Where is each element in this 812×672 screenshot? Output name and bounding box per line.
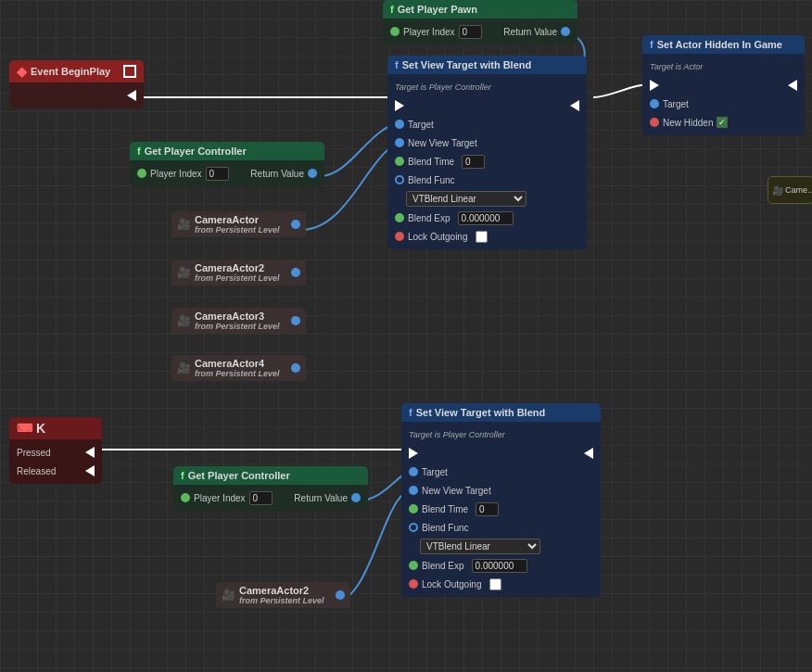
ca2-title: CameraActor2 xyxy=(195,262,280,273)
set-actor-hidden-node: f Set Actor Hidden In Game Target is Act… xyxy=(642,35,805,135)
svt1-newviewtarget-pin[interactable] xyxy=(395,138,404,147)
key-k-body: Pressed Released xyxy=(9,439,102,484)
sat-subtitle-row: Target is Actor xyxy=(642,57,805,76)
svt1-header: f Set View Target with Blend xyxy=(387,56,587,74)
svt1-exec-row xyxy=(387,96,587,115)
gpc1-title: Get Player Controller xyxy=(145,146,247,157)
camera-actor-3-node: 🎥 CameraActor3 from Persistent Level xyxy=(171,308,306,334)
gpc1-body: Player Index Return Value xyxy=(130,160,324,186)
set-actor-hidden-header: f Set Actor Hidden In Game xyxy=(642,35,805,54)
sat-target-pin[interactable] xyxy=(650,99,659,108)
key-k-title: K xyxy=(36,421,45,436)
ca1-title-group: CameraActor from Persistent Level xyxy=(195,214,280,235)
gpc2-returnvalue-pin[interactable] xyxy=(351,493,361,502)
svt2-exec-out[interactable] xyxy=(584,448,593,459)
svt2-blendexp-input[interactable] xyxy=(472,559,527,573)
svt1-target-pin[interactable] xyxy=(395,120,404,129)
sat-exec-in[interactable] xyxy=(650,80,659,91)
get-player-pawn-title: Get Player Pawn xyxy=(398,4,477,15)
gpc2-body: Player Index Return Value xyxy=(173,485,368,511)
svt1-body: Target is Player Controller Target New V… xyxy=(387,74,587,249)
ca2-title-group: CameraActor2 from Persistent Level xyxy=(195,262,280,283)
event-begin-play-node: ◆ Event BeginPlay xyxy=(9,60,144,108)
ca4-title: CameraActor4 xyxy=(195,358,280,369)
svt2-blendfunc-select[interactable]: VTBlend Linear VTBlend Cubic VTBlend Eas… xyxy=(420,539,540,554)
set-view-target-2-node: f Set View Target with Blend Target is P… xyxy=(401,403,601,597)
svt2-blendtime-pin[interactable] xyxy=(409,504,418,514)
sat-target-row: Target xyxy=(642,95,805,113)
svt1-blendexp-input[interactable] xyxy=(458,211,514,225)
sat-exec-out[interactable] xyxy=(788,80,797,91)
svt2-exec-in[interactable] xyxy=(409,448,418,459)
camera-actor-1-node: 🎥 CameraActor from Persistent Level xyxy=(171,211,306,237)
player-index-in-pin[interactable] xyxy=(390,27,400,36)
ca1-title: CameraActor xyxy=(195,214,280,225)
sat-new-hidden-pin[interactable] xyxy=(650,118,659,127)
svt1-blendfunc-row: Blend Func xyxy=(387,171,587,189)
new-hidden-checkbox[interactable] xyxy=(717,117,728,128)
gpc1-returnvalue-pin[interactable] xyxy=(308,169,317,178)
svt1-blendfunc-select[interactable]: VTBlend Linear VTBlend Cubic VTBlend Eas… xyxy=(406,191,527,207)
sat-new-hidden-row: New Hidden xyxy=(642,113,805,132)
exec-out-pin[interactable] xyxy=(127,90,136,101)
svt1-lockoutgoing-checkbox[interactable] xyxy=(476,231,488,243)
gpc2-playerindex-row: Player Index Return Value xyxy=(173,488,368,507)
svt2-blendfunc-pin[interactable] xyxy=(409,523,418,532)
ca4-out-pin[interactable] xyxy=(291,363,300,373)
ca1-out-pin[interactable] xyxy=(291,220,300,229)
svt2-lockoutgoing-pin[interactable] xyxy=(409,579,418,589)
event-begin-play-header: ◆ Event BeginPlay xyxy=(9,60,144,82)
key-pressed-pin[interactable] xyxy=(85,447,95,458)
ca2b-out-pin[interactable] xyxy=(336,590,345,600)
ca4-header: 🎥 CameraActor4 from Persistent Level xyxy=(171,355,306,381)
svt2-target-row: Target xyxy=(401,463,601,481)
svt1-exec-out[interactable] xyxy=(570,100,579,111)
set-view-target-1-node: f Set View Target with Blend Target is P… xyxy=(387,56,587,249)
ca2b-header: 🎥 CameraActor2 from Persistent Level xyxy=(216,582,350,608)
svt2-title: Set View Target with Blend xyxy=(416,407,546,418)
svt2-lockoutgoing-row: Lock Outgoing xyxy=(401,575,601,593)
svt2-newviewtarget-pin[interactable] xyxy=(409,486,418,495)
svt1-lockoutgoing-pin[interactable] xyxy=(395,232,404,241)
set-actor-hidden-title: Set Actor Hidden In Game xyxy=(657,39,782,50)
svt1-blendfunc-select-row: VTBlend Linear VTBlend Cubic VTBlend Eas… xyxy=(387,189,587,209)
key-released-pin[interactable] xyxy=(85,465,95,476)
gpc1-playerindex-pin[interactable] xyxy=(137,169,146,178)
camera-actor-2-node: 🎥 CameraActor2 from Persistent Level xyxy=(171,260,306,285)
svt1-lockoutgoing-row: Lock Outgoing xyxy=(387,227,587,246)
get-player-controller-2-node: f Get Player Controller Player Index Ret… xyxy=(173,466,368,511)
svt1-blendtime-input[interactable] xyxy=(462,155,485,169)
ca2b-title-group: CameraActor2 from Persistent Level xyxy=(239,585,324,605)
svt2-blendexp-pin[interactable] xyxy=(409,561,418,570)
ca2-out-pin[interactable] xyxy=(291,268,300,277)
gpc1-playerindex-input[interactable] xyxy=(206,167,229,181)
player-index-input[interactable] xyxy=(459,25,482,39)
ca3-header: 🎥 CameraActor3 from Persistent Level xyxy=(171,308,306,334)
key-k-pressed-row: Pressed xyxy=(9,443,102,462)
get-player-pawn-header: f Get Player Pawn xyxy=(383,0,577,19)
gpc2-header: f Get Player Controller xyxy=(173,466,368,485)
player-index-row: Player Index Return Value xyxy=(383,22,577,41)
svt2-blendtime-input[interactable] xyxy=(476,502,499,516)
svt1-blendexp-pin[interactable] xyxy=(395,213,404,222)
svt2-blendexp-row: Blend Exp xyxy=(401,556,601,575)
ca2b-title: CameraActor2 xyxy=(239,585,324,596)
ca3-out-pin[interactable] xyxy=(291,316,300,325)
gpc2-playerindex-pin[interactable] xyxy=(181,493,190,502)
get-player-controller-1-node: f Get Player Controller Player Index Ret… xyxy=(130,142,324,186)
svt1-blendfunc-pin[interactable] xyxy=(395,175,404,184)
svt1-exec-in[interactable] xyxy=(395,100,404,111)
camera-actor-4-node: 🎥 CameraActor4 from Persistent Level xyxy=(171,355,306,381)
event-begin-play-title: Event BeginPlay xyxy=(31,66,110,77)
svt2-lockoutgoing-checkbox[interactable] xyxy=(489,578,501,590)
gpc2-playerindex-input[interactable] xyxy=(249,491,273,505)
return-value-pin[interactable] xyxy=(561,27,570,36)
set-actor-hidden-body: Target is Actor Target New Hidden xyxy=(642,54,805,135)
svt2-subtitle-row: Target is Player Controller xyxy=(401,425,601,444)
svt2-exec-row xyxy=(401,444,601,463)
svt2-target-pin[interactable] xyxy=(409,467,418,476)
ca2-header: 🎥 CameraActor2 from Persistent Level xyxy=(171,260,306,285)
svt1-blendtime-pin[interactable] xyxy=(395,157,404,166)
event-begin-play-exec-row xyxy=(9,86,144,105)
svt2-newviewtarget-row: New View Target xyxy=(401,481,601,500)
